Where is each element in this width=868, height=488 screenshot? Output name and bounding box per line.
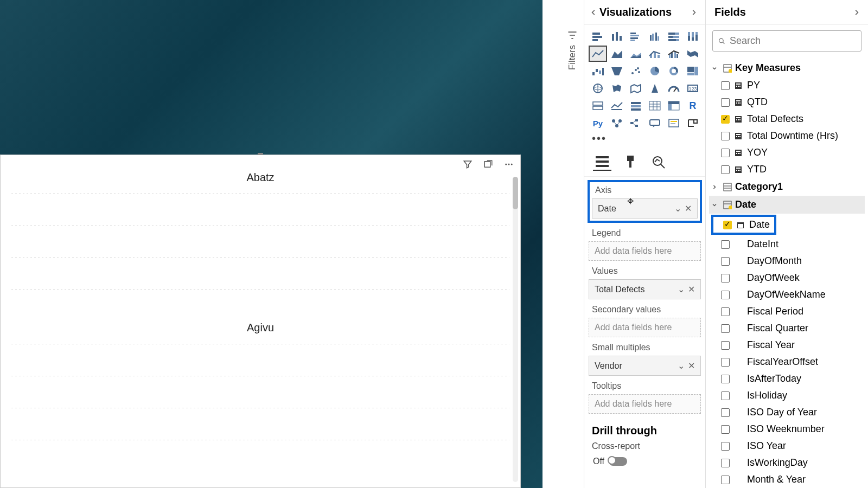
small-multiples-field-item[interactable]: Vendor ⌄ ✕ [589, 356, 701, 376]
expand-right-icon[interactable] [690, 9, 700, 16]
field-checkbox[interactable] [721, 459, 730, 467]
chevron-down-icon[interactable]: ⌄ [678, 361, 685, 371]
scatter-icon[interactable] [628, 64, 644, 78]
legend-well[interactable]: Legend Add data fields here [589, 227, 701, 261]
format-tab[interactable] [621, 152, 640, 171]
values-well[interactable]: Values Total Defects ⌄ ✕ [589, 265, 701, 299]
field-row[interactable]: Fiscal Year [709, 337, 865, 354]
field-row[interactable]: YOY [709, 144, 865, 161]
r-visual-icon[interactable]: R [685, 99, 701, 113]
field-row[interactable]: IsHoliday [709, 387, 865, 404]
stacked100-column-icon[interactable] [685, 29, 701, 43]
field-row[interactable]: Date [711, 215, 776, 235]
field-row[interactable]: YTD [709, 161, 865, 178]
donut-chart-icon[interactable] [666, 64, 682, 78]
clustered-column-icon[interactable] [647, 29, 663, 43]
paginated-icon[interactable] [685, 116, 701, 130]
pie-chart-icon[interactable] [647, 64, 663, 78]
analytics-tab[interactable] [649, 152, 668, 171]
decomposition-icon[interactable] [628, 116, 644, 130]
table-category1[interactable]: Category1 [709, 178, 865, 196]
collapse-left-icon[interactable] [590, 9, 599, 16]
report-visual[interactable]: Abatz Agivu [0, 155, 521, 488]
field-row[interactable]: DayOfMonth [709, 253, 865, 269]
field-checkbox[interactable] [721, 375, 730, 383]
field-checkbox[interactable] [721, 257, 730, 266]
field-row[interactable]: PY [709, 77, 865, 94]
field-checkbox[interactable] [721, 132, 730, 140]
fields-tab[interactable] [593, 152, 611, 171]
field-checkbox[interactable] [721, 408, 730, 417]
funnel-icon[interactable] [609, 64, 625, 78]
field-row[interactable]: Fiscal Quarter [709, 320, 865, 337]
table-date[interactable]: Date [709, 196, 865, 214]
chevron-down-icon[interactable]: ⌄ [674, 203, 681, 214]
field-checkbox[interactable] [721, 307, 730, 316]
field-checkbox[interactable] [721, 425, 730, 434]
axis-field-item[interactable]: Date ⌄ ✕ [592, 198, 698, 219]
stacked100-bar-icon[interactable] [666, 29, 682, 43]
line-chart-icon[interactable] [590, 47, 606, 61]
field-row[interactable]: QTD [709, 94, 865, 111]
waterfall-icon[interactable] [590, 64, 606, 78]
visual-scrollbar[interactable] [513, 177, 518, 482]
field-row[interactable]: DateInt [709, 236, 865, 253]
field-row[interactable]: IsAfterToday [709, 370, 865, 387]
stacked-column-icon[interactable] [609, 29, 625, 43]
clustered-bar-icon[interactable] [628, 29, 644, 43]
field-row[interactable]: Month & Year [709, 471, 865, 488]
filters-pane-collapsed[interactable]: Filters [564, 30, 580, 95]
field-row[interactable]: ISO Year [709, 438, 865, 454]
stacked-bar-icon[interactable] [590, 29, 606, 43]
gauge-icon[interactable] [666, 81, 682, 95]
field-checkbox[interactable] [723, 221, 732, 229]
kpi-icon[interactable] [609, 99, 625, 113]
field-row[interactable]: ISO Weeknumber [709, 421, 865, 438]
stacked-area-icon[interactable] [628, 47, 644, 61]
search-input[interactable] [730, 35, 856, 47]
key-influencers-icon[interactable] [609, 116, 625, 130]
field-row[interactable]: FiscalYearOffset [709, 354, 865, 370]
field-checkbox[interactable] [721, 358, 730, 367]
remove-field-icon[interactable]: ✕ [688, 284, 695, 294]
values-field-item[interactable]: Total Defects ⌄ ✕ [589, 279, 701, 299]
field-checkbox[interactable] [721, 341, 730, 350]
field-row[interactable]: IsWorkingDay [709, 454, 865, 471]
shape-map-icon[interactable] [628, 81, 644, 95]
tooltips-dropzone[interactable]: Add data fields here [589, 394, 701, 414]
field-row[interactable]: DayOfWeekName [709, 286, 865, 303]
legend-dropzone[interactable]: Add data fields here [589, 241, 701, 261]
py-visual-icon[interactable]: Py [590, 116, 606, 130]
more-visuals-icon[interactable]: ••• [584, 132, 705, 149]
field-checkbox[interactable] [721, 149, 730, 157]
matrix-icon[interactable] [666, 99, 682, 113]
axis-well[interactable]: Axis Date ⌄ ✕ [588, 180, 702, 223]
field-checkbox[interactable] [721, 274, 730, 282]
field-row[interactable]: Total Defects [709, 111, 865, 127]
field-checkbox[interactable] [721, 98, 730, 107]
secondary-values-well[interactable]: Secondary values Add data fields here [589, 304, 701, 337]
field-checkbox[interactable] [721, 240, 730, 249]
field-checkbox[interactable] [721, 291, 730, 299]
field-checkbox[interactable] [721, 115, 730, 124]
qa-visual-icon[interactable] [647, 116, 663, 130]
slicer-icon[interactable] [628, 99, 644, 113]
smart-narrative-icon[interactable] [666, 116, 682, 130]
treemap-icon[interactable] [685, 64, 701, 78]
field-checkbox[interactable] [721, 165, 730, 174]
field-row[interactable]: DayOfWeek [709, 269, 865, 286]
chevron-down-icon[interactable]: ⌄ [678, 284, 685, 294]
fields-search[interactable] [712, 30, 861, 52]
cross-report-toggle[interactable]: Off [588, 452, 702, 471]
field-checkbox[interactable] [721, 391, 730, 400]
card-icon[interactable]: 123 [685, 81, 701, 95]
ribbon-chart-icon[interactable] [685, 47, 701, 61]
tooltips-well[interactable]: Tooltips Add data fields here [589, 380, 701, 414]
secondary-dropzone[interactable]: Add data fields here [589, 318, 701, 337]
small-multiples-well[interactable]: Small multiples Vendor ⌄ ✕ [589, 342, 701, 376]
filled-map-icon[interactable] [609, 81, 625, 95]
map-icon[interactable] [590, 81, 606, 95]
line-clustered-icon[interactable] [666, 47, 682, 61]
multi-card-icon[interactable] [590, 99, 606, 113]
remove-field-icon[interactable]: ✕ [685, 203, 692, 214]
